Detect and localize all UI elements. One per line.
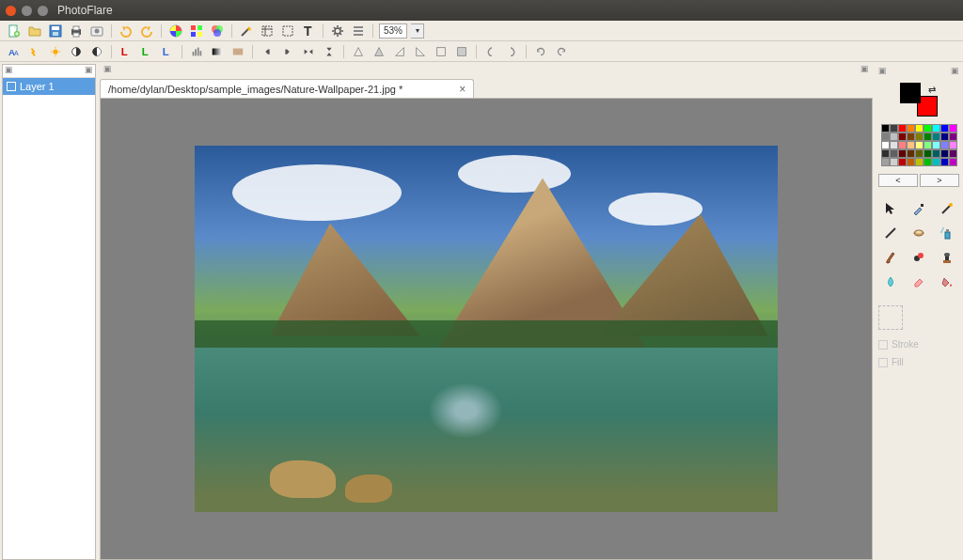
stroke-option[interactable]: Stroke bbox=[878, 339, 959, 350]
stamp-tool[interactable] bbox=[935, 247, 959, 268]
green-channel-button[interactable]: L bbox=[138, 43, 155, 60]
properties-button[interactable] bbox=[350, 23, 367, 39]
pointer-tool[interactable] bbox=[878, 198, 903, 219]
palette-swatch[interactable] bbox=[881, 141, 890, 149]
palette-swatch[interactable] bbox=[898, 149, 907, 158]
palette-swatch[interactable] bbox=[940, 149, 949, 158]
palette-swatch[interactable] bbox=[924, 124, 932, 132]
flip-v-button[interactable] bbox=[321, 43, 338, 60]
palette-swatch[interactable] bbox=[932, 158, 940, 166]
palette-swatch[interactable] bbox=[907, 124, 915, 132]
window-minimize-button[interactable] bbox=[22, 6, 32, 16]
print-button[interactable] bbox=[68, 23, 85, 39]
palette-swatch[interactable] bbox=[949, 124, 957, 132]
tools-close-icon[interactable]: ▣ bbox=[951, 66, 959, 77]
palette-swatch[interactable] bbox=[907, 141, 915, 149]
palette-swatch[interactable] bbox=[915, 124, 924, 132]
palette-swatch[interactable] bbox=[915, 132, 924, 141]
deform1-button[interactable] bbox=[350, 43, 367, 60]
spray-tool[interactable] bbox=[935, 223, 959, 243]
canvas-viewport[interactable] bbox=[100, 98, 873, 560]
magic-wand-tool[interactable] bbox=[935, 198, 959, 219]
deform4-button[interactable] bbox=[412, 43, 429, 60]
palette-swatch[interactable] bbox=[949, 149, 957, 158]
settings-button[interactable] bbox=[329, 23, 346, 39]
text-tool-button[interactable]: T bbox=[300, 23, 317, 39]
ear-left-button[interactable] bbox=[482, 43, 499, 60]
smudge-tool[interactable] bbox=[907, 223, 931, 243]
palette-swatch[interactable] bbox=[907, 158, 915, 166]
wand-effect-button[interactable] bbox=[238, 23, 255, 39]
region-close-icon[interactable]: ▣ bbox=[860, 64, 869, 79]
rgb-channels-button[interactable] bbox=[188, 23, 205, 39]
zoom-dropdown[interactable]: ▾ bbox=[411, 23, 424, 39]
eraser-tool[interactable] bbox=[907, 272, 931, 292]
image-canvas[interactable] bbox=[195, 146, 778, 512]
deform2-button[interactable] bbox=[371, 43, 387, 60]
palette-swatch[interactable] bbox=[940, 158, 949, 166]
palette-swatch[interactable] bbox=[907, 149, 915, 158]
colorize-button[interactable] bbox=[209, 23, 226, 39]
screenshot-button[interactable] bbox=[88, 23, 105, 39]
clone-tool[interactable] bbox=[907, 247, 931, 268]
brush-tool[interactable] bbox=[878, 247, 903, 268]
window-close-button[interactable] bbox=[6, 6, 16, 16]
crop-button[interactable] bbox=[259, 23, 276, 39]
palette-swatch[interactable] bbox=[890, 124, 898, 132]
deform5-button[interactable] bbox=[433, 43, 450, 60]
deform6-button[interactable] bbox=[453, 43, 470, 60]
palette-swatch[interactable] bbox=[890, 132, 898, 141]
gradient2-button[interactable] bbox=[229, 43, 246, 60]
deform3-button[interactable] bbox=[391, 43, 408, 60]
contrast-button[interactable] bbox=[68, 43, 85, 60]
palette-swatch[interactable] bbox=[932, 124, 940, 132]
palette-swatch[interactable] bbox=[898, 158, 907, 166]
rotate-cw-button[interactable] bbox=[553, 43, 570, 60]
line-tool[interactable] bbox=[878, 223, 903, 243]
palette-swatch[interactable] bbox=[924, 158, 932, 166]
document-tab[interactable]: /home/dylan/Desktop/sample_images/Nature… bbox=[100, 79, 474, 98]
palette-swatch[interactable] bbox=[940, 141, 949, 149]
brightness-button[interactable] bbox=[47, 43, 64, 60]
invert-button[interactable] bbox=[88, 43, 105, 60]
select-button[interactable] bbox=[279, 23, 296, 39]
palette-swatch[interactable] bbox=[932, 132, 940, 141]
palette-swatch[interactable] bbox=[932, 149, 940, 158]
layer-row[interactable]: Layer 1 bbox=[3, 78, 95, 95]
fill-option[interactable]: Fill bbox=[878, 357, 959, 367]
hue-button[interactable] bbox=[167, 23, 184, 39]
histogram-button[interactable] bbox=[188, 43, 205, 60]
palette-swatch[interactable] bbox=[949, 158, 957, 166]
rotate-ccw-button[interactable] bbox=[532, 43, 549, 60]
swap-colors-icon[interactable]: ⇄ bbox=[928, 85, 936, 95]
save-file-button[interactable] bbox=[47, 23, 64, 39]
color-picker-tool[interactable] bbox=[907, 198, 931, 219]
palette-swatch[interactable] bbox=[915, 158, 924, 166]
fill-tool[interactable] bbox=[935, 272, 959, 292]
blue-channel-button[interactable]: L bbox=[159, 43, 176, 60]
palette-swatch[interactable] bbox=[881, 132, 890, 141]
window-maximize-button[interactable] bbox=[38, 6, 48, 16]
palette-swatch[interactable] bbox=[890, 158, 898, 166]
zoom-input[interactable]: 53% bbox=[379, 23, 407, 39]
palette-swatch[interactable] bbox=[898, 141, 907, 149]
palette-swatch[interactable] bbox=[915, 149, 924, 158]
palette-prev-button[interactable]: < bbox=[878, 174, 918, 187]
palette-swatch[interactable] bbox=[949, 132, 957, 141]
gradient-button[interactable] bbox=[209, 43, 226, 60]
palette-next-button[interactable]: > bbox=[920, 174, 959, 187]
stroke-checkbox[interactable] bbox=[878, 340, 888, 350]
flip-h-button[interactable] bbox=[300, 43, 317, 60]
palette-swatch[interactable] bbox=[924, 149, 932, 158]
text-effect-button[interactable]: AA bbox=[6, 43, 23, 60]
auto-levels-button[interactable] bbox=[26, 43, 43, 60]
fill-checkbox[interactable] bbox=[878, 358, 888, 367]
palette-swatch[interactable] bbox=[907, 132, 915, 141]
palette-swatch[interactable] bbox=[932, 141, 940, 149]
palette-swatch[interactable] bbox=[940, 132, 949, 141]
rotate-right-button[interactable] bbox=[279, 43, 296, 60]
palette-swatch[interactable] bbox=[881, 158, 890, 166]
panel-close-icon[interactable]: ▣ bbox=[85, 65, 93, 77]
palette-swatch[interactable] bbox=[949, 141, 957, 149]
new-file-button[interactable] bbox=[6, 23, 23, 39]
